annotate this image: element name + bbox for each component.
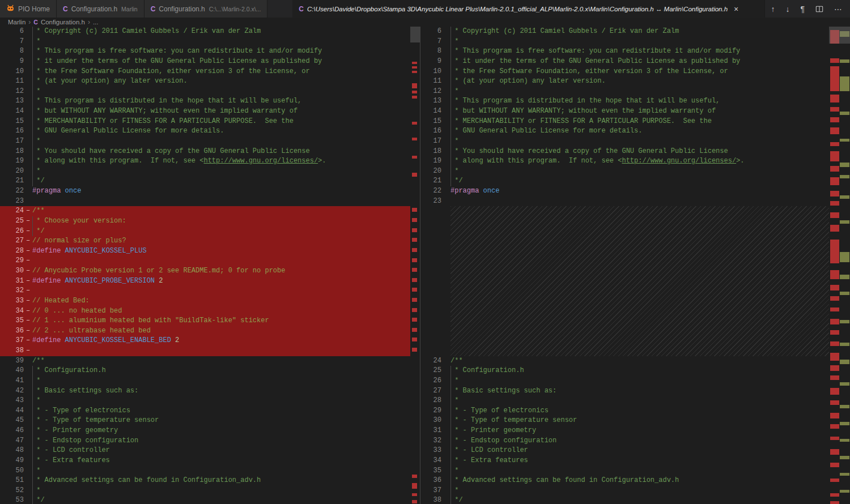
code-line[interactable]: 23 (0, 197, 410, 207)
breadcrumb-file[interactable]: Configuration.h (41, 19, 85, 25)
code-line[interactable]: 6 * Copyright (c) 2011 Camiel Gubbels / … (0, 27, 410, 37)
license-link[interactable]: http://www.gnu.org/licenses/ (203, 157, 318, 165)
code-line[interactable]: 22#pragma once (420, 186, 829, 197)
code-line[interactable]: 20 * (0, 166, 410, 177)
code-line[interactable]: 15 * MERCHANTABILITY or FITNESS FOR A PA… (0, 117, 410, 127)
tab-configuration-h-20x[interactable]: C Configuration.h C:\...\Marlin-2.0.x\..… (144, 0, 268, 18)
code-line[interactable]: 51 * Advanced settings can be found in C… (0, 476, 410, 486)
code-line[interactable]: 38 */ (420, 496, 829, 504)
close-icon[interactable]: × (732, 5, 740, 14)
split-editor-icon[interactable] (815, 5, 823, 13)
code-line[interactable]: 50 * (0, 466, 410, 476)
code-line[interactable]: 29– (0, 256, 410, 266)
code-line[interactable]: 27 * Basic settings such as: (420, 386, 829, 396)
scrollbar-thumb[interactable] (829, 27, 850, 44)
code-line[interactable]: 26– */ (0, 227, 410, 237)
code-line[interactable]: 25 * Configuration.h (420, 366, 829, 376)
tab-configuration-h-marlin[interactable]: C Configuration.h Marlin (57, 0, 144, 18)
code-line[interactable]: 43 * (0, 396, 410, 406)
scrollbar-thumb[interactable] (410, 27, 420, 42)
code-line[interactable]: 17 * (0, 136, 410, 147)
code-line[interactable]: 21 */ (0, 176, 410, 186)
license-link[interactable]: http://www.gnu.org/licenses/ (622, 157, 736, 165)
code-line[interactable]: 7 * (420, 37, 829, 47)
code-line[interactable]: 31–#define ANYCUBIC_PROBE_VERSION 2 (0, 276, 410, 287)
code-line[interactable]: 23 (420, 197, 829, 207)
code-line[interactable]: 36–// 2 ... ultrabase heated bed (0, 326, 410, 336)
code-line[interactable]: 10 * the Free Software Foundation, eithe… (0, 67, 410, 77)
code-line[interactable]: 46 * - Printer geometry (0, 426, 410, 436)
modified-editor-pane[interactable]: 6 * Copyright (c) 2011 Camiel Gubbels / … (420, 27, 829, 504)
code-line[interactable]: 19 * along with this program. If not, se… (0, 156, 410, 166)
code-line[interactable]: 35–// 1 ... aluminium heated bed with "B… (0, 316, 410, 326)
code-line[interactable]: 45 * - Type of temperature sensor (0, 416, 410, 426)
diff-overview-ruler[interactable] (829, 27, 850, 504)
code-line[interactable]: 9 * it under the terms of the GNU Genera… (420, 57, 829, 67)
code-line[interactable]: 16 * GNU General Public License for more… (0, 126, 410, 136)
code-line[interactable]: 38– (0, 346, 410, 356)
code-line[interactable]: 10 * the Free Software Foundation, eithe… (420, 67, 829, 77)
code-line[interactable]: 52 * (0, 486, 410, 496)
code-line[interactable]: 9 * it under the terms of the GNU Genera… (0, 57, 410, 67)
code-line[interactable]: 28 * (420, 396, 829, 406)
code-line[interactable]: 32 * - Endstop configuration (420, 436, 829, 446)
code-line[interactable]: 22#pragma once (0, 186, 410, 197)
code-line[interactable]: 49 * - Extra features (0, 456, 410, 466)
code-line[interactable]: 14 * but WITHOUT ANY WARRANTY; without e… (420, 106, 829, 117)
code-line[interactable]: 25– * Choose your version: (0, 216, 410, 227)
code-line[interactable]: 18 * You should have received a copy of … (420, 147, 829, 157)
breadcrumb-tail[interactable]: ... (93, 19, 99, 25)
code-line[interactable]: 24–/** (0, 206, 410, 216)
code-line[interactable]: 35 * (420, 466, 829, 476)
code-line[interactable]: 34–// 0 ... no heated bed (0, 306, 410, 317)
code-line[interactable]: 11 * (at your option) any later version. (420, 76, 829, 87)
code-line[interactable]: 13 * This program is distributed in the … (420, 96, 829, 106)
code-line[interactable]: 31 * - Printer geometry (420, 426, 829, 436)
code-line[interactable]: 21 */ (420, 176, 829, 186)
code-line[interactable]: 27–// normal size or plus? (0, 236, 410, 246)
code-line[interactable]: 12 * (420, 87, 829, 97)
code-line[interactable]: 11 * (at your option) any later version. (0, 76, 410, 87)
code-line[interactable]: 44 * - Type of electronics (0, 406, 410, 416)
code-line[interactable]: 28–#define ANYCUBIC_KOSSEL_PLUS (0, 246, 410, 257)
previous-change-icon[interactable]: ↑ (771, 5, 775, 14)
code-line[interactable]: 16 * GNU General Public License for more… (420, 126, 829, 136)
left-overview-ruler[interactable] (410, 27, 420, 504)
code-line[interactable]: 53 */ (0, 496, 410, 504)
code-line[interactable]: 39/** (0, 356, 410, 366)
code-line[interactable]: 33–// Heated Bed: (0, 296, 410, 306)
code-line[interactable]: 42 * Basic settings such as: (0, 386, 410, 396)
code-line[interactable]: 15 * MERCHANTABILITY or FITNESS FOR A PA… (420, 117, 829, 127)
code-line[interactable]: 20 * (420, 166, 829, 177)
code-line[interactable]: 29 * - Type of electronics (420, 406, 829, 416)
code-line[interactable]: 37 * (420, 486, 829, 496)
code-line[interactable]: 6 * Copyright (c) 2011 Camiel Gubbels / … (420, 27, 829, 37)
code-line[interactable]: 37–#define ANYCUBIC_KOSSEL_ENABLE_BED 2 (0, 336, 410, 346)
code-line[interactable]: 40 * Configuration.h (0, 366, 410, 376)
code-line[interactable]: 18 * You should have received a copy of … (0, 147, 410, 157)
code-line[interactable]: 33 * - LCD controller (420, 446, 829, 456)
code-line[interactable]: 26 * (420, 376, 829, 386)
code-line[interactable]: 13 * This program is distributed in the … (0, 96, 410, 106)
more-actions-icon[interactable]: ⋯ (834, 5, 842, 14)
code-line[interactable]: 24/** (420, 356, 829, 366)
code-line[interactable]: 34 * - Extra features (420, 456, 829, 466)
breadcrumb-root[interactable]: Marlin (8, 19, 26, 25)
code-line[interactable]: 30 * - Type of temperature sensor (420, 416, 829, 426)
code-line[interactable]: 30–// Anycubic Probe version 1 or 2 see … (0, 266, 410, 276)
tab-pio-home[interactable]: PIO Home (0, 0, 57, 18)
code-line[interactable]: 17 * (420, 136, 829, 147)
code-line[interactable]: 48 * - LCD controller (0, 446, 410, 456)
code-line[interactable]: 8 * This program is free software: you c… (420, 46, 829, 57)
tab-diff-configuration-h[interactable]: C C:\Users\Davide\Dropbox\Stampa 3D\Anyc… (292, 0, 765, 18)
original-editor-pane[interactable]: 6 * Copyright (c) 2011 Camiel Gubbels / … (0, 27, 410, 504)
code-line[interactable]: 32– (0, 286, 410, 296)
code-line[interactable]: 36 * Advanced settings can be found in C… (420, 476, 829, 486)
code-line[interactable]: 14 * but WITHOUT ANY WARRANTY; without e… (0, 106, 410, 117)
next-change-icon[interactable]: ↓ (785, 5, 789, 14)
pilcrow-icon[interactable]: ¶ (800, 5, 805, 14)
code-line[interactable]: 41 * (0, 376, 410, 386)
code-line[interactable]: 12 * (0, 87, 410, 97)
code-line[interactable]: 7 * (0, 37, 410, 47)
code-line[interactable]: 19 * along with this program. If not, se… (420, 156, 829, 166)
